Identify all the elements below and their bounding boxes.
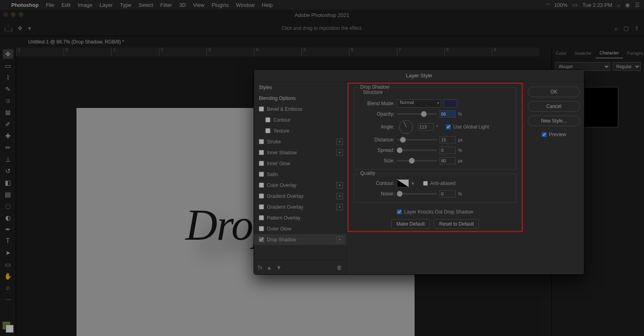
make-default-button[interactable]: Make Default: [391, 219, 430, 229]
blend-mode-select[interactable]: Normal: [397, 100, 441, 108]
style-checkbox[interactable]: [259, 204, 264, 209]
styles-header[interactable]: Styles: [254, 82, 346, 93]
new-style-button[interactable]: New Style...: [528, 116, 580, 126]
style-item-bevel-emboss[interactable]: Bevel & Emboss: [254, 104, 346, 114]
trash-icon[interactable]: 🗑: [336, 264, 342, 271]
brush-tool[interactable]: ✏: [3, 143, 13, 152]
shape-tool[interactable]: ▭: [3, 259, 13, 269]
angle-wheel[interactable]: [399, 120, 413, 134]
style-item-gradient-overlay[interactable]: Gradient Overlay+: [254, 191, 346, 201]
control-center-icon[interactable]: ☰: [635, 2, 640, 8]
spread-input[interactable]: 0: [440, 147, 456, 154]
lasso-tool[interactable]: ⌇: [3, 73, 13, 82]
knockout-checkbox[interactable]: [397, 209, 402, 214]
style-item-inner-glow[interactable]: Inner Glow: [254, 158, 346, 169]
traffic-lights[interactable]: [3, 12, 23, 17]
style-checkbox[interactable]: [259, 106, 264, 112]
menu-window[interactable]: Window: [236, 2, 254, 8]
marquee-tool[interactable]: ▭: [3, 61, 13, 71]
minimize-light[interactable]: [11, 12, 16, 17]
global-light-checkbox[interactable]: [446, 124, 451, 129]
distance-slider[interactable]: [397, 139, 437, 141]
style-checkbox[interactable]: [265, 128, 270, 133]
menu-layer[interactable]: Layer: [99, 2, 113, 8]
home-icon[interactable]: [5, 25, 12, 31]
opacity-slider[interactable]: [397, 113, 437, 115]
edit-toolbar[interactable]: ⋯: [3, 295, 13, 304]
style-checkbox[interactable]: [259, 150, 264, 155]
style-item-satin[interactable]: Satin: [254, 169, 346, 180]
siri-icon[interactable]: ◉: [625, 2, 630, 8]
spread-slider[interactable]: [397, 149, 437, 151]
path-select-tool[interactable]: ➤: [3, 248, 13, 257]
tab-character[interactable]: Character: [596, 48, 623, 58]
font-weight-select[interactable]: Regular: [613, 62, 641, 71]
blur-tool[interactable]: ◌: [3, 201, 13, 211]
gradient-tool[interactable]: ▤: [3, 189, 13, 199]
heal-tool[interactable]: ✚: [3, 131, 13, 141]
menu-edit[interactable]: Edit: [62, 2, 70, 8]
style-item-color-overlay[interactable]: Color Overlay+: [254, 180, 346, 191]
style-checkbox[interactable]: [259, 161, 264, 166]
size-slider[interactable]: [397, 160, 437, 162]
type-tool[interactable]: T: [3, 236, 13, 246]
frame-tool[interactable]: ⊠: [3, 108, 13, 117]
add-effect-icon[interactable]: +: [336, 149, 343, 156]
style-item-stroke[interactable]: Stroke+: [254, 136, 346, 147]
blending-options[interactable]: Blending Options: [254, 93, 346, 104]
up-arrow-icon[interactable]: ▲: [266, 264, 272, 271]
add-effect-icon[interactable]: +: [336, 204, 343, 210]
style-checkbox[interactable]: [259, 237, 264, 242]
search-icon[interactable]: ⌕: [615, 25, 618, 31]
move-tool-icon[interactable]: ✥: [18, 25, 23, 31]
style-item-gradient-overlay[interactable]: Gradient Overlay+: [254, 201, 346, 212]
style-item-pattern-overlay[interactable]: Pattern Overlay: [254, 212, 346, 223]
style-checkbox[interactable]: [259, 193, 264, 199]
history-brush-tool[interactable]: ↺: [3, 166, 13, 176]
menu-plugins[interactable]: Plugins: [212, 2, 229, 8]
menu-view[interactable]: View: [193, 2, 204, 8]
tab-color[interactable]: Color: [552, 48, 570, 58]
menu-select[interactable]: Select: [138, 2, 153, 8]
ok-button[interactable]: OK: [528, 87, 580, 97]
spotlight-icon[interactable]: ⌕: [617, 2, 620, 8]
reset-default-button[interactable]: Reset to Default: [434, 219, 479, 229]
preview-checkbox[interactable]: [542, 132, 547, 137]
antialiased-checkbox[interactable]: [423, 181, 428, 186]
fx-icon[interactable]: fx: [258, 264, 262, 271]
contour-dropdown-icon[interactable]: ▾: [411, 180, 414, 187]
document-tab[interactable]: Untitled-1 @ 66.7% (Drop Shadow, RGB/8) …: [24, 37, 128, 46]
add-effect-icon[interactable]: +: [336, 139, 343, 145]
shadow-color-swatch[interactable]: [444, 100, 457, 108]
tab-paragraph[interactable]: Paragra: [623, 48, 644, 58]
stamp-tool[interactable]: ⊥: [3, 154, 13, 164]
add-effect-icon[interactable]: +: [336, 182, 343, 189]
cancel-button[interactable]: Cancel: [528, 101, 580, 112]
menu-help[interactable]: Help: [262, 2, 273, 8]
angle-input[interactable]: 113: [418, 123, 434, 131]
menu-type[interactable]: Type: [120, 2, 131, 8]
style-checkbox[interactable]: [259, 139, 264, 144]
style-item-texture[interactable]: Texture: [254, 125, 346, 136]
zoom-light[interactable]: [19, 12, 23, 17]
style-item-inner-shadow[interactable]: Inner Shadow+: [254, 147, 346, 158]
menu-image[interactable]: Image: [78, 2, 92, 8]
wifi-icon[interactable]: ⌔: [546, 2, 549, 8]
distance-input[interactable]: 15: [440, 136, 456, 143]
style-checkbox[interactable]: [259, 226, 264, 231]
down-arrow-icon[interactable]: ▼: [276, 264, 282, 271]
noise-input[interactable]: 0: [440, 190, 456, 197]
contour-swatch[interactable]: [397, 179, 409, 187]
style-item-drop-shadow[interactable]: Drop Shadow+: [254, 234, 346, 245]
pen-tool[interactable]: ✒: [3, 224, 13, 234]
move-tool[interactable]: ✥: [3, 49, 13, 59]
style-item-contour[interactable]: Contour: [254, 114, 346, 125]
add-effect-icon[interactable]: +: [336, 236, 343, 243]
style-checkbox[interactable]: [259, 215, 264, 220]
tab-swatches[interactable]: Swatche: [570, 48, 595, 58]
add-effect-icon[interactable]: +: [336, 193, 343, 199]
opacity-input[interactable]: 66: [440, 110, 456, 118]
frame-icon[interactable]: ▢: [623, 25, 629, 31]
wand-tool[interactable]: ✎: [3, 84, 13, 94]
eraser-tool[interactable]: ◧: [3, 178, 13, 187]
